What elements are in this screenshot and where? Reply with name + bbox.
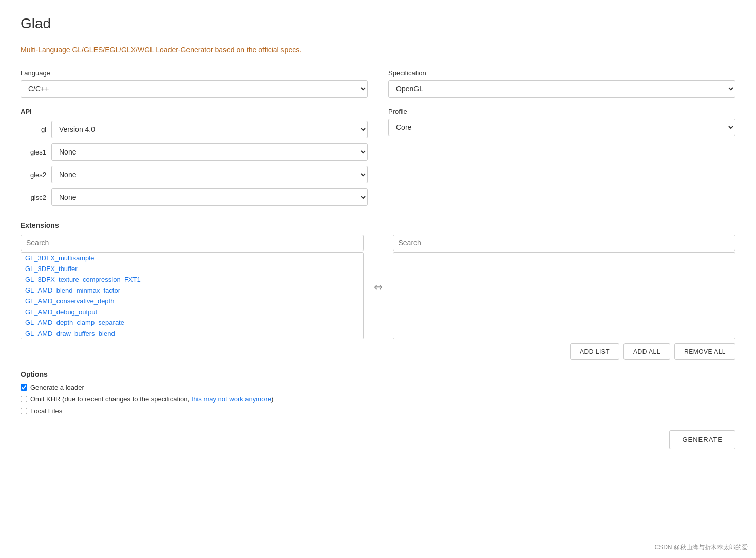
profile-select[interactable]: Core Compatibility bbox=[388, 119, 735, 136]
add-list-button[interactable]: ADD LIST bbox=[570, 343, 619, 360]
add-all-button[interactable]: ADD ALL bbox=[623, 343, 670, 360]
options-label: Options bbox=[21, 370, 735, 378]
extensions-left-search[interactable] bbox=[21, 235, 364, 251]
list-item[interactable]: GL_AMD_framebuffer_multisample_advanced bbox=[21, 339, 363, 339]
list-item[interactable]: GL_3DFX_tbuffer bbox=[21, 263, 363, 274]
generate-button[interactable]: GENERATE bbox=[669, 430, 735, 449]
page-subtitle: Multi-Language GL/GLES/EGL/GLX/WGL Loade… bbox=[21, 46, 735, 54]
list-item[interactable]: GL_AMD_debug_output bbox=[21, 306, 363, 317]
omit-khr-checkbox[interactable] bbox=[21, 396, 27, 402]
specification-select[interactable]: OpenGL OpenGL ES EGL GLX WGL bbox=[388, 80, 735, 98]
api-gl-select[interactable]: None Version 1.0 Version 2.0 Version 3.0… bbox=[51, 121, 368, 138]
profile-label: Profile bbox=[388, 108, 735, 116]
api-gles1-select[interactable]: None Version 1.0 bbox=[51, 143, 368, 161]
generate-loader-checkbox[interactable] bbox=[21, 384, 27, 391]
omit-khr-link[interactable]: this may not work anymore bbox=[192, 395, 271, 403]
api-glsc2-label: glsc2 bbox=[21, 194, 46, 201]
remove-all-button[interactable]: REMOVE ALL bbox=[674, 343, 735, 360]
list-item[interactable]: GL_AMD_blend_minmax_factor bbox=[21, 285, 363, 296]
api-gles2-label: gles2 bbox=[21, 171, 46, 179]
specification-label: Specification bbox=[388, 69, 735, 77]
transfer-button[interactable]: ⇔ bbox=[374, 281, 383, 293]
api-gles1-label: gles1 bbox=[21, 148, 46, 156]
extensions-label: Extensions bbox=[21, 221, 735, 229]
language-label: Language bbox=[21, 69, 368, 77]
api-label: API bbox=[21, 108, 368, 116]
api-gles2-select[interactable]: None Version 2.0 Version 3.0 Version 3.2 bbox=[51, 166, 368, 183]
list-item[interactable]: GL_3DFX_multisample bbox=[21, 253, 363, 263]
list-item[interactable]: GL_AMD_draw_buffers_blend bbox=[21, 328, 363, 339]
api-glsc2-select[interactable]: None Version 2.0 bbox=[51, 188, 368, 206]
extensions-available-list: GL_3DFX_multisample GL_3DFX_tbuffer GL_3… bbox=[21, 252, 364, 339]
extensions-right-search[interactable] bbox=[393, 235, 736, 251]
language-select[interactable]: C/C++ C++ D Nim Pascal Volt bbox=[21, 80, 368, 98]
local-files-label: Local Files bbox=[30, 407, 62, 415]
extensions-selected-list bbox=[393, 252, 736, 339]
local-files-checkbox[interactable] bbox=[21, 408, 27, 414]
generate-loader-label: Generate a loader bbox=[30, 383, 84, 391]
page-title: Glad bbox=[21, 15, 735, 32]
list-item[interactable]: GL_AMD_conservative_depth bbox=[21, 296, 363, 306]
list-item[interactable]: GL_3DFX_texture_compression_FXT1 bbox=[21, 274, 363, 285]
api-gl-label: gl bbox=[21, 126, 46, 133]
list-item[interactable]: GL_AMD_depth_clamp_separate bbox=[21, 317, 363, 328]
omit-khr-label: Omit KHR (due to recent changes to the s… bbox=[30, 395, 273, 403]
